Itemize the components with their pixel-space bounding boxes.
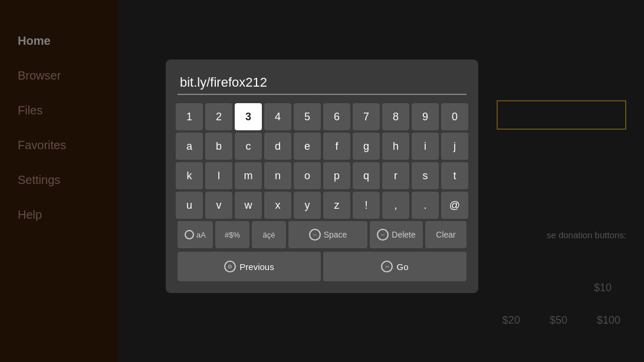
- key-clear[interactable]: Clear: [425, 221, 466, 248]
- key-4[interactable]: 4: [264, 103, 291, 130]
- key-comma[interactable]: ,: [382, 192, 409, 219]
- key-w[interactable]: w: [235, 192, 262, 219]
- key-r[interactable]: r: [382, 162, 409, 189]
- key-g[interactable]: g: [353, 133, 380, 160]
- key-k[interactable]: k: [176, 162, 203, 189]
- key-period[interactable]: .: [412, 192, 439, 219]
- key-row-uz: u v w x y z ! , . @: [178, 192, 466, 219]
- key-o[interactable]: o: [294, 162, 321, 189]
- key-x[interactable]: x: [264, 192, 291, 219]
- key-0[interactable]: 0: [441, 103, 468, 130]
- key-exclaim[interactable]: !: [353, 192, 380, 219]
- key-s[interactable]: s: [412, 162, 439, 189]
- previous-button[interactable]: ⊙ Previous: [178, 252, 321, 281]
- space-circle-icon: ↔: [309, 229, 321, 241]
- key-row-aj: a b c d e f g h i j: [178, 133, 466, 160]
- key-a[interactable]: a: [176, 133, 203, 160]
- key-u[interactable]: u: [176, 192, 203, 219]
- key-row-special: aA #$% äçé ↔ Space ↔ Delete Clear: [178, 221, 466, 248]
- key-5[interactable]: 5: [294, 103, 321, 130]
- previous-circle-icon: ⊙: [224, 261, 236, 272]
- delete-circle-icon: ↔: [377, 229, 389, 241]
- key-y[interactable]: y: [294, 192, 321, 219]
- key-z[interactable]: z: [323, 192, 350, 219]
- go-circle-icon: ↔: [381, 261, 393, 272]
- key-i[interactable]: i: [412, 133, 439, 160]
- key-9[interactable]: 9: [412, 103, 439, 130]
- key-delete[interactable]: ↔ Delete: [370, 221, 423, 248]
- key-t[interactable]: t: [441, 162, 468, 189]
- key-8[interactable]: 8: [382, 103, 409, 130]
- key-q[interactable]: q: [353, 162, 380, 189]
- key-2[interactable]: 2: [205, 103, 232, 130]
- key-7[interactable]: 7: [353, 103, 380, 130]
- key-row-kt: k l m n o p q r s t: [178, 162, 466, 189]
- key-at[interactable]: @: [441, 192, 468, 219]
- key-b[interactable]: b: [205, 133, 232, 160]
- keyboard-dialog: 1 2 3 4 5 6 7 8 9 0 a b c d e f g h i j …: [166, 60, 478, 293]
- nav-button-row: ⊙ Previous ↔ Go: [178, 252, 466, 281]
- key-l[interactable]: l: [205, 162, 232, 189]
- key-c[interactable]: c: [235, 133, 262, 160]
- key-d[interactable]: d: [264, 133, 291, 160]
- key-f[interactable]: f: [323, 133, 350, 160]
- url-input[interactable]: [178, 71, 466, 95]
- key-caps[interactable]: aA: [178, 221, 213, 248]
- caps-circle-icon: [185, 230, 194, 239]
- key-h[interactable]: h: [382, 133, 409, 160]
- key-symbols[interactable]: #$%: [215, 221, 249, 248]
- key-row-numbers: 1 2 3 4 5 6 7 8 9 0: [178, 103, 466, 130]
- key-accents[interactable]: äçé: [252, 221, 286, 248]
- key-v[interactable]: v: [205, 192, 232, 219]
- key-j[interactable]: j: [441, 133, 468, 160]
- key-n[interactable]: n: [264, 162, 291, 189]
- url-input-row: [178, 71, 466, 95]
- key-e[interactable]: e: [294, 133, 321, 160]
- key-3[interactable]: 3: [235, 103, 262, 130]
- key-6[interactable]: 6: [323, 103, 350, 130]
- key-1[interactable]: 1: [176, 103, 203, 130]
- key-p[interactable]: p: [323, 162, 350, 189]
- key-space[interactable]: ↔ Space: [288, 221, 367, 248]
- go-button[interactable]: ↔ Go: [323, 252, 466, 281]
- key-m[interactable]: m: [235, 162, 262, 189]
